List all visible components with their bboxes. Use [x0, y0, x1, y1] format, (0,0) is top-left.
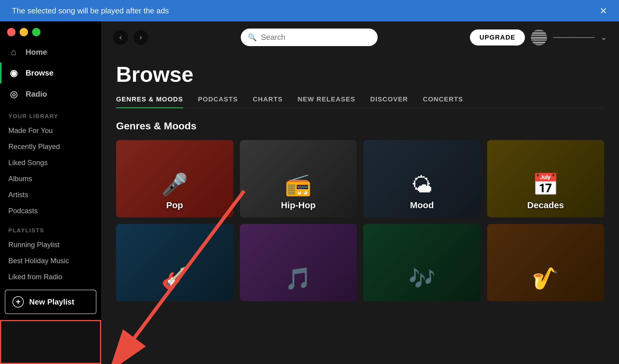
tab-podcasts[interactable]: PODCASTS: [198, 95, 238, 108]
header-bar: ‹ › 🔍 UPGRADE ───────── ⌄: [101, 21, 619, 53]
tab-charts[interactable]: CHARTS: [253, 95, 283, 108]
playlists-section: PLAYLISTS Running Playlist Best Holiday …: [0, 219, 101, 285]
main-nav: ⌂ Home ◉ Browse ◎ Radio: [0, 42, 101, 105]
main-content: ‹ › 🔍 UPGRADE ───────── ⌄ Browse GENRES: [101, 21, 619, 364]
tab-genres-moods[interactable]: GENRES & MOODS: [116, 95, 183, 108]
library-item-artists[interactable]: Artists: [0, 187, 101, 203]
navigation-buttons: ‹ ›: [113, 30, 148, 45]
sidebar-item-browse-label: Browse: [26, 68, 54, 78]
genre-card-hiphop[interactable]: 📻 Hip-Hop: [240, 140, 357, 217]
genres-section-title: Genres & Moods: [116, 120, 604, 132]
decades-icon: 📅: [532, 172, 559, 197]
library-item-liked-songs[interactable]: Liked Songs: [0, 155, 101, 171]
window-minimize-button[interactable]: [20, 28, 28, 36]
avatar-stripes: [531, 29, 547, 46]
playlist-item-running[interactable]: Running Playlist: [0, 237, 101, 253]
pop-icon: 🎤: [161, 172, 188, 197]
mood-icon: 🌤: [411, 173, 433, 197]
sidebar-item-browse[interactable]: ◉ Browse: [0, 62, 101, 84]
library-item-albums[interactable]: Albums: [0, 171, 101, 187]
genre-card-decades[interactable]: 📅 Decades: [487, 140, 604, 217]
genre-card-row2-4[interactable]: 🎷: [487, 224, 604, 301]
row2-2-icon: 🎵: [285, 266, 312, 291]
genre-card-row2-3[interactable]: 🎶: [363, 224, 481, 301]
sidebar-item-radio-label: Radio: [26, 90, 47, 99]
genre-card-pop[interactable]: 🎤 Pop: [116, 140, 233, 217]
upgrade-button[interactable]: UPGRADE: [470, 29, 525, 46]
hiphop-icon: 📻: [285, 172, 312, 197]
sidebar: ⌂ Home ◉ Browse ◎ Radio YOUR LIBRARY Mad…: [0, 21, 101, 320]
sidebar-item-radio[interactable]: ◎ Radio: [0, 84, 101, 105]
genre-name-hiphop: Hip-Hop: [281, 200, 316, 210]
plus-icon: +: [12, 296, 24, 307]
avatar: [531, 29, 547, 46]
window-close-button[interactable]: [7, 28, 15, 36]
sidebar-item-home-label: Home: [26, 48, 47, 57]
chevron-down-icon[interactable]: ⌄: [601, 33, 607, 42]
genre-card-mood[interactable]: 🌤 Mood: [363, 140, 481, 217]
tabs-bar: GENRES & MOODS PODCASTS CHARTS NEW RELEA…: [116, 95, 604, 108]
notification-bar: The selected song will be played after t…: [0, 0, 619, 21]
search-input[interactable]: [261, 33, 371, 42]
browse-content: Browse GENRES & MOODS PODCASTS CHARTS NE…: [101, 53, 619, 364]
forward-button[interactable]: ›: [133, 30, 148, 45]
notification-text: The selected song will be played after t…: [12, 6, 169, 15]
playlists-section-label: PLAYLISTS: [0, 219, 101, 237]
genre-card-row2-2[interactable]: 🎵: [240, 224, 357, 301]
new-playlist-highlight: [0, 320, 101, 364]
genre-card-row2-1[interactable]: 🎸: [116, 224, 233, 301]
new-playlist-label: New Playlist: [29, 297, 74, 307]
playlist-item-holiday[interactable]: Best Holiday Music: [0, 253, 101, 269]
library-section-label: YOUR LIBRARY: [0, 105, 101, 123]
library-item-recently-played[interactable]: Recently Played: [0, 139, 101, 155]
genres-grid: 🎤 Pop 📻 Hip-Hop 🌤 Mood: [116, 140, 604, 301]
new-playlist-button[interactable]: + New Playlist: [5, 290, 96, 314]
window-controls: [0, 21, 101, 42]
browse-title: Browse: [116, 62, 604, 87]
search-icon: 🔍: [248, 33, 257, 42]
notification-close-button[interactable]: ✕: [600, 6, 607, 16]
tab-discover[interactable]: DISCOVER: [370, 95, 408, 108]
user-name: ─────────: [553, 34, 595, 41]
radio-icon: ◎: [8, 89, 19, 99]
browse-icon: ◉: [8, 68, 19, 78]
row2-1-icon: 🎸: [161, 266, 188, 291]
library-section: YOUR LIBRARY Made For You Recently Playe…: [0, 105, 101, 219]
row2-3-icon: 🎶: [409, 266, 435, 291]
genre-name-mood: Mood: [410, 200, 434, 210]
window-maximize-button[interactable]: [32, 28, 40, 36]
back-button[interactable]: ‹: [113, 30, 128, 45]
header-right: UPGRADE ───────── ⌄: [470, 29, 607, 46]
genre-name-decades: Decades: [527, 200, 564, 210]
library-item-podcasts[interactable]: Podcasts: [0, 203, 101, 219]
sidebar-item-home[interactable]: ⌂ Home: [0, 42, 101, 62]
home-icon: ⌂: [8, 47, 19, 57]
tab-new-releases[interactable]: NEW RELEASES: [298, 95, 355, 108]
search-box[interactable]: 🔍: [241, 29, 378, 46]
genre-name-pop: Pop: [166, 200, 183, 210]
playlist-item-radio[interactable]: Liked from Radio: [0, 269, 101, 285]
library-item-made-for-you[interactable]: Made For You: [0, 123, 101, 139]
tab-concerts[interactable]: CONCERTS: [423, 95, 463, 108]
row2-4-icon: 🎷: [532, 266, 559, 291]
